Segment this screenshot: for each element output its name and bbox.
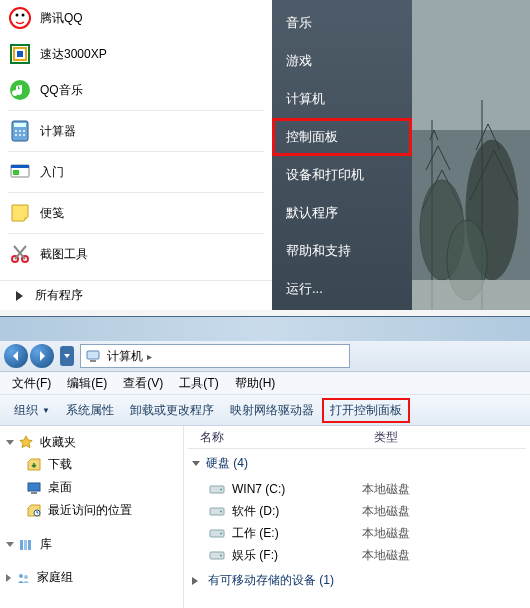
drive-row[interactable]: WIN7 (C:) 本地磁盘 xyxy=(188,478,526,500)
svg-rect-26 xyxy=(87,351,99,359)
right-item-run[interactable]: 运行... xyxy=(272,270,412,308)
right-item-control-panel[interactable]: 控制面板 xyxy=(272,118,412,156)
nav-desktop[interactable]: 桌面 xyxy=(4,476,179,499)
libraries-icon xyxy=(18,537,34,553)
drive-row[interactable]: 娱乐 (F:) 本地磁盘 xyxy=(188,544,526,566)
nav-favorites-label: 收藏夹 xyxy=(40,434,76,451)
svg-rect-25 xyxy=(412,280,530,310)
arrow-icon xyxy=(16,291,23,301)
menu-help[interactable]: 帮助(H) xyxy=(227,373,284,394)
downloads-icon xyxy=(26,457,42,473)
address-bar[interactable]: 计算机 ▸ xyxy=(80,344,350,368)
chevron-right-icon xyxy=(6,574,11,582)
program-item-qq[interactable]: 腾讯QQ xyxy=(0,0,272,36)
start-menu-left-pane: 腾讯QQ 速达3000XP QQ音乐 计算器 xyxy=(0,0,272,310)
breadcrumb-root[interactable]: 计算机 xyxy=(107,348,143,365)
group-removable[interactable]: 有可移动存储的设备 (1) xyxy=(188,566,526,595)
menu-view[interactable]: 查看(V) xyxy=(115,373,171,394)
system-properties-button[interactable]: 系统属性 xyxy=(58,398,122,423)
program-item-snipping-tool[interactable]: 截图工具 xyxy=(0,236,272,272)
nav-buttons xyxy=(4,344,54,368)
right-item-games[interactable]: 游戏 xyxy=(272,42,412,80)
command-bar: 组织▼ 系统属性 卸载或更改程序 映射网络驱动器 打开控制面板 xyxy=(0,395,530,426)
group-title: 有可移动存储的设备 (1) xyxy=(208,572,334,589)
program-item-calculator[interactable]: 计算器 xyxy=(0,113,272,149)
desktop-icon xyxy=(26,480,42,496)
drive-row[interactable]: 软件 (D:) 本地磁盘 xyxy=(188,500,526,522)
suda-icon xyxy=(8,42,32,66)
drive-type: 本地磁盘 xyxy=(362,481,410,498)
chevron-right-icon[interactable]: ▸ xyxy=(147,351,152,362)
program-item-suda[interactable]: 速达3000XP xyxy=(0,36,272,72)
svg-point-41 xyxy=(220,533,222,535)
menu-file[interactable]: 文件(F) xyxy=(4,373,59,394)
svg-point-34 xyxy=(19,574,23,578)
star-icon xyxy=(18,435,34,451)
program-item-qqmusic[interactable]: QQ音乐 xyxy=(0,72,272,108)
group-hard-disks[interactable]: 硬盘 (4) xyxy=(188,449,526,478)
drive-row[interactable]: 工作 (E:) 本地磁盘 xyxy=(188,522,526,544)
svg-rect-21 xyxy=(412,0,530,130)
open-control-panel-button[interactable]: 打开控制面板 xyxy=(322,398,410,423)
svg-rect-27 xyxy=(90,360,96,362)
nav-homegroup-header[interactable]: 家庭组 xyxy=(4,567,179,588)
nav-recent[interactable]: 最近访问的位置 xyxy=(4,499,179,522)
chevron-down-icon xyxy=(6,440,14,445)
drive-type: 本地磁盘 xyxy=(362,503,410,520)
nav-downloads[interactable]: 下载 xyxy=(4,453,179,476)
drive-icon xyxy=(208,546,226,564)
right-item-help-support[interactable]: 帮助和支持 xyxy=(272,232,412,270)
drive-icon xyxy=(208,480,226,498)
svg-rect-33 xyxy=(28,540,31,550)
nav-libraries: 库 xyxy=(4,534,179,555)
right-item-music[interactable]: 音乐 xyxy=(272,4,412,42)
separator xyxy=(8,110,264,111)
svg-rect-32 xyxy=(24,540,27,550)
homegroup-icon xyxy=(15,570,31,586)
nav-homegroup: 家庭组 xyxy=(4,567,179,588)
right-item-computer[interactable]: 计算机 xyxy=(272,80,412,118)
drive-name: WIN7 (C:) xyxy=(232,482,362,496)
organize-button[interactable]: 组织▼ xyxy=(6,398,58,423)
nav-libraries-header[interactable]: 库 xyxy=(4,534,179,555)
nav-item-label: 下载 xyxy=(48,456,72,473)
program-label: 计算器 xyxy=(40,123,76,140)
svg-point-2 xyxy=(22,14,25,17)
svg-rect-29 xyxy=(31,492,37,494)
drive-type: 本地磁盘 xyxy=(362,547,410,564)
uninstall-programs-button[interactable]: 卸载或更改程序 xyxy=(122,398,222,423)
program-label: 入门 xyxy=(40,164,64,181)
nav-favorites-header[interactable]: 收藏夹 xyxy=(4,432,179,453)
back-button[interactable] xyxy=(4,344,28,368)
all-programs[interactable]: 所有程序 xyxy=(0,280,272,310)
drive-icon xyxy=(208,502,226,520)
snipping-tool-icon xyxy=(8,242,32,266)
address-bar-row: 计算机 ▸ xyxy=(0,341,530,372)
svg-point-11 xyxy=(23,130,25,132)
all-programs-label: 所有程序 xyxy=(35,287,83,304)
drive-name: 工作 (E:) xyxy=(232,525,362,542)
svg-point-0 xyxy=(10,8,30,28)
nav-favorites: 收藏夹 下载 桌面 最近访问的位置 xyxy=(4,432,179,522)
drive-name: 软件 (D:) xyxy=(232,503,362,520)
map-network-drive-button[interactable]: 映射网络驱动器 xyxy=(222,398,322,423)
program-item-sticky-notes[interactable]: 便笺 xyxy=(0,195,272,231)
chevron-down-icon xyxy=(192,461,200,466)
column-type[interactable]: 类型 xyxy=(362,429,526,446)
program-label: 速达3000XP xyxy=(40,46,107,63)
svg-point-37 xyxy=(220,489,222,491)
right-item-devices-printers[interactable]: 设备和打印机 xyxy=(272,156,412,194)
column-name[interactable]: 名称 xyxy=(188,429,362,446)
right-item-default-programs[interactable]: 默认程序 xyxy=(272,194,412,232)
history-dropdown-button[interactable] xyxy=(60,346,74,366)
svg-rect-5 xyxy=(17,51,23,57)
svg-point-1 xyxy=(16,14,19,17)
menu-edit[interactable]: 编辑(E) xyxy=(59,373,115,394)
menu-tools[interactable]: 工具(T) xyxy=(171,373,226,394)
nav-homegroup-label: 家庭组 xyxy=(37,569,73,586)
program-label: 腾讯QQ xyxy=(40,10,83,27)
svg-point-39 xyxy=(220,511,222,513)
program-item-getting-started[interactable]: 入门 xyxy=(0,154,272,190)
program-label: 便笺 xyxy=(40,205,64,222)
forward-button[interactable] xyxy=(30,344,54,368)
